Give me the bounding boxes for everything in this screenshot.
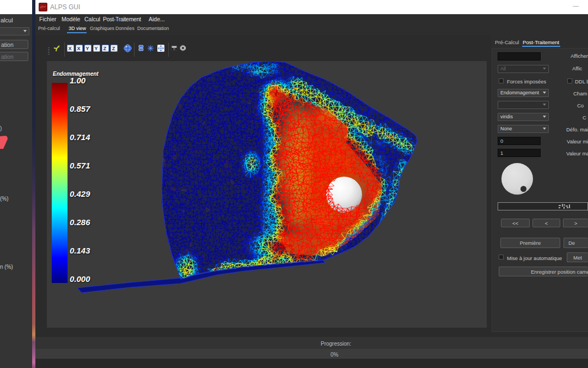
svg-text:Y: Y: [94, 46, 97, 51]
svg-text:X: X: [77, 46, 80, 51]
svg-text:Z: Z: [112, 46, 115, 51]
svg-text:Y: Y: [85, 46, 89, 51]
svg-text:Z: Z: [103, 46, 107, 51]
svg-text:X: X: [68, 46, 71, 51]
